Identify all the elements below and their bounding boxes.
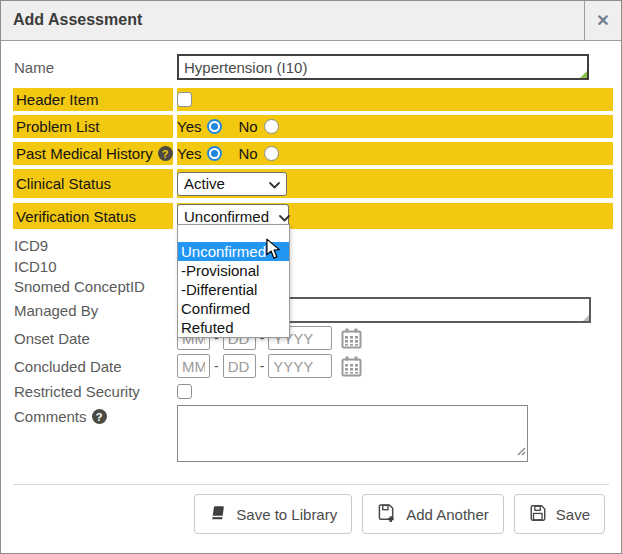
add-another-button[interactable]: Add Another [362,494,504,534]
concluded-month-input[interactable] [177,354,210,378]
pmh-yes-radio[interactable] [207,146,222,161]
problem-list-yes-label: Yes [177,118,201,135]
restricted-security-checkbox[interactable] [177,384,192,399]
name-label: Name [13,52,173,82]
concluded-date-row: Concluded Date - - [13,353,613,379]
verification-status-value: Unconfirmed [184,208,269,225]
comments-label: Comments [14,408,87,425]
icd10-row: ICD10 [13,256,613,277]
onset-date-row: Onset Date - - [13,325,613,351]
snomed-row: Snomed ConceptID [13,277,613,295]
past-medical-history-row: Past Medical History ? Yes No [13,142,613,165]
problem-list-no-label: No [238,118,257,135]
problem-list-row: Problem List Yes No [13,115,613,138]
calendar-icon[interactable] [341,328,362,349]
form-content: Name Header Item Problem List Yes [1,41,621,534]
dropdown-option-refuted[interactable]: Refuted [178,318,289,337]
icd9-row: ICD9 [13,235,613,256]
snomed-conceptid-label: Snomed ConceptID [13,277,173,295]
pmh-no-radio[interactable] [264,146,279,161]
close-icon: ✕ [596,11,609,30]
dropdown-option-unconfirmed[interactable]: Unconfirmed [178,242,289,261]
past-medical-history-label: Past Medical History [16,145,153,162]
dropdown-option-blank[interactable] [178,225,289,242]
add-assessment-dialog: Add Assessment ✕ Name Header Item Probl [0,0,622,554]
save-label: Save [556,506,590,523]
book-icon [209,504,227,525]
name-row: Name [13,52,613,82]
add-another-label: Add Another [406,506,489,523]
concluded-year-input[interactable] [268,354,332,378]
button-row: Save to Library Add Another [13,485,613,534]
header-item-row: Header Item [13,88,613,111]
chevron-down-icon [269,208,290,225]
save-button[interactable]: Save [514,494,605,534]
save-plus-icon [377,503,397,525]
concluded-date-label: Concluded Date [13,353,173,379]
header-item-label: Header Item [13,88,173,111]
comments-textarea[interactable] [177,405,528,462]
icd10-label: ICD10 [13,256,173,277]
calendar-icon[interactable] [341,356,362,377]
dropdown-option-differential[interactable]: -Differential [178,280,289,299]
managed-by-row: Managed By [13,297,613,323]
comments-row: Comments ? [13,405,613,462]
save-to-library-button[interactable]: Save to Library [194,494,352,534]
chevron-down-icon [259,175,280,192]
header-item-checkbox[interactable] [177,92,192,107]
dropdown-option-confirmed[interactable]: Confirmed [178,299,289,318]
clinical-status-select[interactable]: Active [177,172,287,196]
pmh-yes-label: Yes [177,145,201,162]
problem-list-yes-radio[interactable] [207,119,222,134]
icd9-label: ICD9 [13,235,173,256]
problem-list-label: Problem List [13,115,173,138]
concluded-day-input[interactable] [223,354,256,378]
save-icon [529,504,547,525]
verification-status-row: Verification Status Unconfirmed [13,203,613,229]
onset-date-label: Onset Date [13,325,173,351]
date-separator: - [260,358,265,374]
help-icon[interactable]: ? [158,146,173,161]
clinical-status-label: Clinical Status [13,169,173,198]
date-separator: - [214,358,219,374]
verification-status-label: Verification Status [13,203,173,229]
close-button[interactable]: ✕ [584,1,621,40]
pmh-no-label: No [238,145,257,162]
restricted-security-label: Restricted Security [13,381,173,401]
clinical-status-row: Clinical Status Active [13,169,613,198]
dialog-title: Add Assessment [1,1,584,40]
save-to-library-label: Save to Library [236,506,337,523]
restricted-security-row: Restricted Security [13,381,613,401]
name-input[interactable] [177,54,589,80]
help-icon[interactable]: ? [92,409,107,424]
dialog-titlebar: Add Assessment ✕ [1,1,621,41]
problem-list-no-radio[interactable] [264,119,279,134]
managed-by-label: Managed By [13,297,173,323]
clinical-status-value: Active [184,175,225,192]
verification-status-dropdown: Unconfirmed -Provisional -Differential C… [177,224,290,338]
dropdown-option-provisional[interactable]: -Provisional [178,261,289,280]
